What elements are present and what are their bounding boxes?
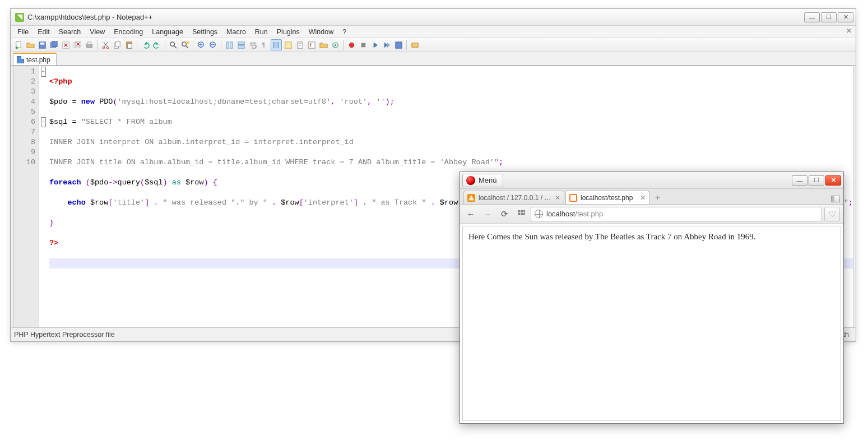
save-all-icon[interactable]	[48, 39, 59, 50]
opera-logo-icon	[466, 176, 475, 185]
phpmyadmin-favicon-icon	[467, 194, 475, 202]
notepadpp-icon	[15, 13, 24, 22]
opera-minimize-button[interactable]: —	[792, 175, 807, 186]
svg-point-1	[15, 47, 17, 49]
svg-rect-23	[230, 41, 233, 48]
svg-rect-42	[523, 213, 525, 215]
open-file-icon[interactable]	[25, 39, 36, 50]
npp-window-title: C:\xampp\htdocs\test.php - Notepad++	[27, 13, 152, 21]
cut-icon[interactable]	[100, 39, 111, 50]
npp-close-button[interactable]: ✕	[838, 12, 853, 22]
zoom-in-icon[interactable]	[196, 39, 207, 50]
play-multi-icon[interactable]	[381, 39, 392, 50]
undo-icon[interactable]	[140, 39, 151, 50]
opera-nav-toolbar: ← → ⟳ localhost/test.php ♡	[460, 205, 843, 224]
play-macro-icon[interactable]	[369, 39, 380, 50]
user-lang-icon[interactable]	[282, 39, 294, 50]
fold-toggle-icon[interactable]: −	[41, 117, 46, 127]
copy-icon[interactable]	[112, 39, 123, 50]
url-text: localhost/test.php	[546, 210, 603, 218]
npp-maximize-button[interactable]: ☐	[821, 12, 837, 22]
page-output-text: Here Comes the Sun was released by The B…	[468, 232, 756, 241]
back-button[interactable]: ←	[463, 207, 478, 221]
folder-icon[interactable]	[318, 39, 329, 50]
svg-rect-22	[226, 41, 229, 48]
menu-run[interactable]: Run	[250, 27, 272, 37]
menu-encoding[interactable]: Encoding	[109, 27, 147, 37]
menu-file[interactable]: File	[13, 27, 33, 37]
menu-window[interactable]: Window	[304, 27, 338, 37]
svg-rect-40	[518, 213, 520, 215]
menu-macro[interactable]: Macro	[222, 27, 250, 37]
save-icon[interactable]	[36, 39, 48, 50]
sync-v-icon[interactable]	[224, 39, 235, 50]
opera-titlebar[interactable]: Menü — ☐ ✕	[460, 172, 843, 189]
new-file-icon[interactable]	[13, 39, 24, 50]
menu-help[interactable]: ?	[338, 27, 351, 37]
bookmark-heart-button[interactable]: ♡	[824, 207, 840, 221]
opera-tab-testphp[interactable]: localhost/test.php ✕	[565, 191, 649, 204]
sync-h-icon[interactable]	[235, 39, 247, 50]
svg-rect-35	[395, 41, 401, 48]
menu-settings[interactable]: Settings	[188, 27, 222, 37]
fold-toggle-icon[interactable]: −	[41, 67, 46, 77]
svg-point-18	[182, 41, 186, 46]
tab-close-icon[interactable]: ✕	[640, 194, 646, 202]
line-number-gutter: 1 2 3 4 5 6 7 8 9 10	[13, 66, 39, 327]
svg-rect-38	[521, 210, 523, 212]
npp-tab-testphp[interactable]: test.php	[13, 53, 57, 65]
func-list-icon[interactable]: f	[306, 39, 317, 50]
redo-icon[interactable]	[151, 39, 163, 50]
svg-rect-34	[361, 43, 365, 47]
reload-button[interactable]: ⟳	[497, 207, 512, 221]
forward-button[interactable]: →	[480, 207, 495, 221]
svg-rect-24	[238, 41, 244, 44]
svg-rect-41	[521, 213, 523, 215]
fold-column: − −	[39, 66, 47, 327]
menu-view[interactable]: View	[85, 27, 109, 37]
doc-map-icon[interactable]	[294, 39, 305, 50]
svg-point-17	[170, 41, 174, 46]
npp-mdi-close-icon[interactable]: ✕	[844, 27, 853, 36]
menu-language[interactable]: Language	[147, 27, 188, 37]
panel-toggle-icon[interactable]	[831, 196, 840, 202]
print-icon[interactable]	[83, 39, 95, 50]
opera-maximize-button[interactable]: ☐	[809, 175, 824, 186]
globe-icon	[535, 210, 543, 218]
plugin-icon[interactable]	[409, 39, 420, 50]
close-file-icon[interactable]	[60, 39, 71, 50]
monitor-icon[interactable]	[329, 39, 341, 50]
menu-edit[interactable]: Edit	[33, 27, 54, 37]
save-macro-icon[interactable]	[393, 39, 404, 50]
opera-menu-label: Menü	[479, 176, 497, 184]
show-all-chars-icon[interactable]: ¶	[259, 39, 270, 50]
svg-rect-5	[52, 41, 57, 46]
svg-rect-25	[238, 45, 244, 48]
record-macro-icon[interactable]	[346, 39, 357, 50]
zoom-out-icon[interactable]	[207, 39, 219, 50]
opera-menu-button[interactable]: Menü	[462, 174, 503, 187]
npp-minimize-button[interactable]: —	[804, 12, 820, 22]
speed-dial-button[interactable]	[514, 207, 528, 221]
svg-rect-14	[115, 41, 120, 46]
menu-plugins[interactable]: Plugins	[272, 27, 304, 37]
replace-icon[interactable]	[179, 39, 191, 50]
stop-macro-icon[interactable]	[358, 39, 369, 50]
address-bar[interactable]: localhost/test.php	[531, 207, 822, 221]
svg-rect-36	[411, 43, 417, 47]
npp-menubar: File Edit Search View Encoding Language …	[11, 26, 856, 38]
tab-close-icon[interactable]: ✕	[555, 194, 560, 202]
svg-rect-10	[87, 41, 91, 44]
find-icon[interactable]	[168, 39, 179, 50]
svg-rect-19	[185, 41, 189, 43]
opera-close-button[interactable]: ✕	[825, 175, 841, 186]
new-tab-button[interactable]: ＋	[652, 192, 663, 203]
close-all-icon[interactable]	[72, 39, 83, 50]
opera-tab-phpmyadmin[interactable]: localhost / 127.0.0.1 / test ✕	[463, 191, 564, 204]
wrap-icon[interactable]	[247, 39, 258, 50]
menu-search[interactable]: Search	[54, 27, 86, 37]
paste-icon[interactable]	[123, 39, 134, 50]
npp-titlebar[interactable]: C:\xampp\htdocs\test.php - Notepad++ — ☐…	[11, 9, 856, 26]
indent-guide-icon[interactable]	[271, 39, 282, 50]
svg-rect-39	[523, 210, 525, 212]
